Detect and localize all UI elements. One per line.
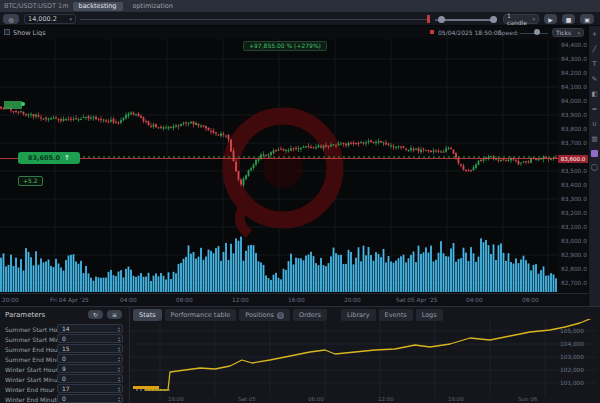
play-button[interactable]: ▶ <box>544 14 557 24</box>
param-row: Winter End Minute0▴▾ <box>0 394 130 403</box>
candles-count-value: 14,000.2 <box>28 15 57 23</box>
candles-count-input[interactable]: 14,000.2 ▾ <box>24 14 76 24</box>
price-axis[interactable]: 84,400.084,300.084,200.084,100.084,000.0… <box>558 39 588 293</box>
time-tick: 20:00 <box>2 297 19 303</box>
stop-icon: ■ <box>566 16 572 23</box>
batch-select[interactable]: 1 candle ▾ <box>503 14 539 24</box>
range-handle-left[interactable] <box>438 16 445 23</box>
price-tick: 84,000.0 <box>561 98 587 104</box>
price-tick: 84,400.0 <box>561 42 587 48</box>
param-input[interactable]: 9▴▾ <box>57 364 123 373</box>
param-input[interactable]: 14▴▾ <box>57 324 123 333</box>
equity-y-tick: 101,000 <box>560 380 584 386</box>
equity-x-tick: 12:00 <box>378 396 394 402</box>
price-tick: 82,900.0 <box>561 252 587 258</box>
shapes-icon[interactable]: ◧ <box>590 90 599 99</box>
visible-range-selection[interactable] <box>441 19 494 21</box>
tab-label: Library <box>347 311 370 319</box>
param-input[interactable]: 0▴▾ <box>57 334 123 343</box>
equity-x-tick: Sun 06 <box>518 396 537 402</box>
speed-handle[interactable] <box>534 29 540 35</box>
chevron-down-icon: ▾ <box>69 16 72 22</box>
param-input[interactable]: 0▴▾ <box>57 354 123 363</box>
param-stepper[interactable]: ▴▾ <box>118 366 120 373</box>
equity-x-tick: 18:00 <box>168 396 184 402</box>
crosshair-icon[interactable]: + <box>590 30 599 39</box>
replay-progress-marker[interactable] <box>427 15 430 23</box>
pnl-sub-badge: +5.2 <box>18 176 43 186</box>
tab-optimization[interactable]: optimization <box>127 2 179 11</box>
param-input[interactable]: 17▴▾ <box>57 384 123 393</box>
tab-label: Stats <box>139 311 156 319</box>
param-label: Summer Start Hour <box>5 326 63 333</box>
stop-button[interactable]: ■ <box>562 14 575 24</box>
param-row: Summer Start Minute0▴▾ <box>0 334 130 344</box>
grid-icon[interactable]: ▥ <box>590 135 599 144</box>
price-tick: 83,000.0 <box>561 238 587 244</box>
positions-count-badge: 0 <box>277 312 284 319</box>
entry-price-pill[interactable]: 83,605.0 ↑ <box>18 152 80 164</box>
equity-y-tick: 102,000 <box>560 367 584 373</box>
param-input[interactable]: 15▴▾ <box>57 344 123 353</box>
param-label: Winter Start Hour <box>5 366 58 373</box>
param-stepper[interactable]: ▴▾ <box>118 386 120 393</box>
step-icon: ▣ <box>584 16 590 23</box>
magnet-icon[interactable]: ∪ <box>590 120 599 129</box>
equity-y-tick: 103,000 <box>560 354 584 360</box>
parameters-title: Parameters <box>5 311 45 319</box>
equity-curve-canvas[interactable] <box>131 319 600 403</box>
param-input[interactable]: 0▴▾ <box>57 374 123 383</box>
param-stepper[interactable]: ▴▾ <box>118 396 120 403</box>
price-tick: 84,300.0 <box>561 56 587 62</box>
replay-progress-track[interactable] <box>80 19 427 20</box>
parameters-panel: Parameters ↻ ≡ Summer Start Hour14▴▾Summ… <box>0 307 130 403</box>
main-price-chart[interactable] <box>0 39 558 293</box>
param-stepper[interactable]: ▴▾ <box>118 346 120 353</box>
range-handle-right[interactable] <box>490 16 497 23</box>
param-stepper[interactable]: ▴▾ <box>118 376 120 383</box>
time-tick: 04:00 <box>120 297 137 303</box>
param-stepper[interactable]: ▴▾ <box>118 326 120 333</box>
chevron-down-icon: ▾ <box>577 30 580 36</box>
equity-y-tick: 105,000 <box>560 328 584 334</box>
time-tick: 08:00 <box>176 297 193 303</box>
price-tick: 84,200.0 <box>561 70 587 76</box>
equity-x-tick: 06:00 <box>308 396 324 402</box>
price-tick: 83,700.0 <box>561 140 587 146</box>
speed-label: Speed: <box>498 29 519 36</box>
symbol-label: BTC/USDT:USDT 1m <box>4 2 69 10</box>
trendline-icon[interactable]: ╱ <box>590 45 599 54</box>
params-menu-button[interactable]: ≡ <box>107 310 122 319</box>
drawing-toolbar: +╱T✎◧≈∪▥◯ <box>588 26 600 306</box>
top-tab-bar: BTC/USDT:USDT 1m backtesting optimizatio… <box>0 0 600 12</box>
menu-icon: ≡ <box>112 311 117 318</box>
circle-tool-icon[interactable]: ◯ <box>590 163 599 172</box>
tab-backtesting[interactable]: backtesting <box>73 2 123 11</box>
camera-button[interactable]: ◎ <box>3 14 19 24</box>
time-tick: 20:00 <box>344 297 361 303</box>
color-swatch[interactable] <box>591 150 598 157</box>
step-button[interactable]: ▣ <box>580 14 594 24</box>
price-tick: 83,200.0 <box>561 210 587 216</box>
param-stepper[interactable]: ▴▾ <box>118 356 120 363</box>
param-stepper[interactable]: ▴▾ <box>118 336 120 343</box>
param-input[interactable]: 0▴▾ <box>57 394 123 403</box>
record-indicator-icon <box>430 30 434 34</box>
chart-option-bar: Show Liqs 05/04/2025 18:50:00 Speed: Tic… <box>0 26 588 39</box>
speed-select[interactable]: Ticks ▾ <box>552 28 584 37</box>
text-tool-icon[interactable]: T <box>590 60 599 69</box>
entry-price-value: 83,605.0 <box>28 154 60 162</box>
params-refresh-button[interactable]: ↻ <box>88 310 103 319</box>
param-row: Winter End Hour17▴▾ <box>0 384 130 394</box>
time-axis[interactable]: 20:00Fri 04 Apr '2504:0008:0012:0016:002… <box>0 293 588 306</box>
time-tick: Fri 04 Apr '25 <box>50 297 89 303</box>
refresh-icon: ↻ <box>93 311 98 318</box>
price-tick: 84,100.0 <box>561 84 587 90</box>
wave-icon[interactable]: ≈ <box>590 105 599 114</box>
mark-price-label: 83,600.0 <box>558 155 588 163</box>
show-liqs-checkbox[interactable] <box>4 29 10 35</box>
pencil-icon[interactable]: ✎ <box>590 75 599 84</box>
price-tick: 83,500.0 <box>561 168 587 174</box>
replay-datetime: 05/04/2025 18:50:00 <box>438 29 501 36</box>
price-tick: 83,100.0 <box>561 224 587 230</box>
